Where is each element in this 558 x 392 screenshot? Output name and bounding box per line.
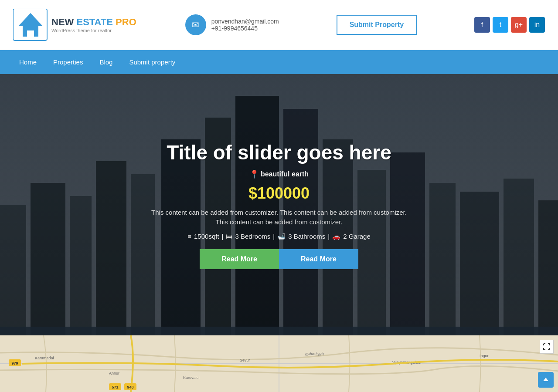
sqft-icon: ≡ xyxy=(187,233,191,240)
hero-garage: 2 Garage xyxy=(343,233,371,240)
separator2: | xyxy=(273,233,275,240)
map-area: Karamadai Annur Karuvalur Sevur குன்னத்த… xyxy=(0,335,558,392)
svg-text:Karamadai: Karamadai xyxy=(35,356,54,360)
nav-home[interactable]: Home xyxy=(17,56,38,68)
separator1: | xyxy=(222,233,224,240)
garage-icon: 🚗 xyxy=(332,233,340,240)
hero-content: Title of slider goes here 📍 beautiful ea… xyxy=(148,141,410,269)
hero-features: ≡ 1500sqft | 🛏 3 Bedrooms | 🛁 3 Bathroom… xyxy=(187,233,371,240)
svg-text:Sevur: Sevur xyxy=(240,358,250,362)
map-scroll-button[interactable] xyxy=(538,372,554,388)
google-plus-icon[interactable]: g+ xyxy=(511,17,527,33)
hero-bathrooms: 3 Bathrooms xyxy=(288,233,325,240)
facebook-icon[interactable]: f xyxy=(474,17,490,33)
fullscreen-icon xyxy=(543,343,550,350)
contact-email: ponvendhan@gmail.com xyxy=(211,18,279,25)
hero-slider: Title of slider goes here 📍 beautiful ea… xyxy=(0,74,558,335)
contact-phone: +91-9994656445 xyxy=(211,25,279,32)
svg-text:குன்னத்தூர்: குன்னத்தூர் xyxy=(305,351,324,356)
bed-icon: 🛏 xyxy=(226,233,232,240)
social-icons: f t g+ in xyxy=(474,17,545,33)
email-icon: ✉ xyxy=(185,14,206,35)
hero-sqft: 1500sqft xyxy=(194,233,219,240)
logo-area: NEW ESTATE PRO WordPress theme for realt… xyxy=(13,9,136,41)
hero-description: This content can be added from customize… xyxy=(148,208,410,227)
svg-text:Annur: Annur xyxy=(109,371,119,375)
submit-property-button[interactable]: Submit Property xyxy=(337,15,417,35)
svg-marker-39 xyxy=(543,378,548,381)
site-header: NEW ESTATE PRO WordPress theme for realt… xyxy=(0,0,558,50)
hero-price: $100000 xyxy=(248,184,310,203)
svg-rect-3 xyxy=(27,30,34,37)
nav-submit-property[interactable]: Submit property xyxy=(127,56,177,68)
bath-icon: 🛁 xyxy=(277,233,286,240)
svg-text:571: 571 xyxy=(112,385,118,389)
logo-text: NEW ESTATE PRO WordPress theme for realt… xyxy=(51,17,136,33)
hero-location-text: beautiful earth xyxy=(261,170,309,178)
read-more-button-1[interactable]: Read More xyxy=(200,249,279,269)
main-nav: Home Properties Blog Submit property xyxy=(0,50,558,74)
svg-text:Karuvalur: Karuvalur xyxy=(183,375,200,380)
read-more-button-2[interactable]: Read More xyxy=(279,249,358,269)
nav-properties[interactable]: Properties xyxy=(51,56,85,68)
svg-text:979: 979 xyxy=(11,361,18,365)
twitter-icon[interactable]: t xyxy=(493,17,508,33)
contact-info: ponvendhan@gmail.com +91-9994656445 xyxy=(211,18,279,32)
logo-icon xyxy=(13,9,48,41)
location-pin-icon: 📍 xyxy=(249,169,259,179)
svg-text:Ingur: Ingur xyxy=(480,354,489,358)
hero-bedrooms: 3 Bedrooms xyxy=(235,233,270,240)
hero-title: Title of slider goes here xyxy=(167,141,391,164)
map-fullscreen-button[interactable] xyxy=(540,340,554,354)
nav-blog[interactable]: Blog xyxy=(98,56,114,68)
hero-buttons: Read More Read More xyxy=(200,249,358,269)
hero-location: 📍 beautiful earth xyxy=(249,169,309,179)
separator3: | xyxy=(328,233,330,240)
svg-text:948: 948 xyxy=(127,385,133,389)
map-image: Karamadai Annur Karuvalur Sevur குன்னத்த… xyxy=(0,335,558,392)
linkedin-icon[interactable]: in xyxy=(529,17,545,33)
scroll-up-icon xyxy=(542,376,550,384)
contact-area: ✉ ponvendhan@gmail.com +91-9994656445 xyxy=(185,14,279,35)
svg-rect-22 xyxy=(0,327,558,335)
